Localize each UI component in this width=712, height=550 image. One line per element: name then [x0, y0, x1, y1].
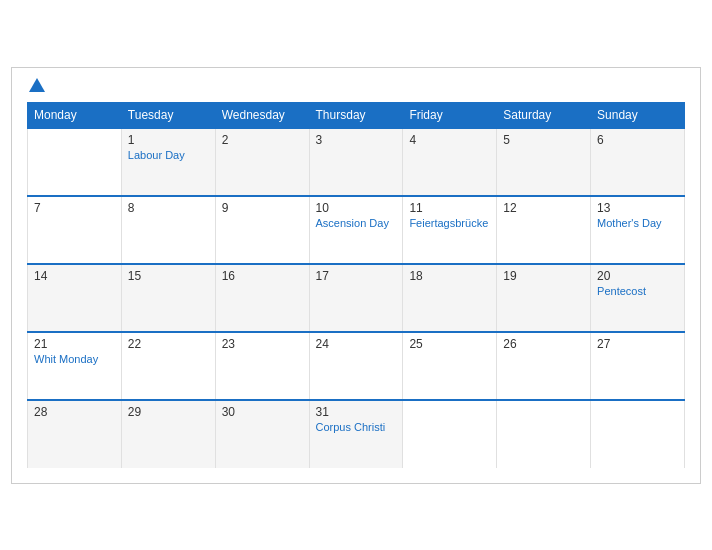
calendar-cell	[28, 128, 122, 196]
calendar-cell: 14	[28, 264, 122, 332]
calendar-week-row: 14151617181920Pentecost	[28, 264, 685, 332]
day-number: 20	[597, 269, 678, 283]
calendar-cell: 9	[215, 196, 309, 264]
calendar-table: MondayTuesdayWednesdayThursdayFridaySatu…	[27, 102, 685, 468]
calendar-cell	[403, 400, 497, 468]
holiday-label: Whit Monday	[34, 353, 115, 365]
day-number: 29	[128, 405, 209, 419]
day-number: 16	[222, 269, 303, 283]
day-number: 15	[128, 269, 209, 283]
calendar-cell: 28	[28, 400, 122, 468]
calendar-cell	[591, 400, 685, 468]
day-number: 19	[503, 269, 584, 283]
calendar-cell: 3	[309, 128, 403, 196]
calendar-thead: MondayTuesdayWednesdayThursdayFridaySatu…	[28, 102, 685, 128]
calendar-cell: 22	[121, 332, 215, 400]
day-number: 6	[597, 133, 678, 147]
holiday-label: Labour Day	[128, 149, 209, 161]
day-number: 30	[222, 405, 303, 419]
holiday-label: Corpus Christi	[316, 421, 397, 433]
calendar-cell: 31Corpus Christi	[309, 400, 403, 468]
day-number: 2	[222, 133, 303, 147]
calendar-week-row: 1Labour Day23456	[28, 128, 685, 196]
holiday-label: Feiertagsbrücke	[409, 217, 490, 229]
calendar-week-row: 21Whit Monday222324252627	[28, 332, 685, 400]
calendar-cell: 11Feiertagsbrücke	[403, 196, 497, 264]
day-number: 22	[128, 337, 209, 351]
day-number: 10	[316, 201, 397, 215]
logo	[27, 78, 47, 92]
day-number: 21	[34, 337, 115, 351]
calendar-header	[27, 78, 685, 92]
calendar-body: 1Labour Day2345678910Ascension Day11Feie…	[28, 128, 685, 468]
weekday-header-friday: Friday	[403, 102, 497, 128]
calendar-cell: 4	[403, 128, 497, 196]
calendar-week-row: 78910Ascension Day11Feiertagsbrücke1213M…	[28, 196, 685, 264]
calendar-cell: 26	[497, 332, 591, 400]
calendar-cell: 5	[497, 128, 591, 196]
calendar-cell: 15	[121, 264, 215, 332]
calendar-cell: 1Labour Day	[121, 128, 215, 196]
day-number: 3	[316, 133, 397, 147]
day-number: 5	[503, 133, 584, 147]
day-number: 27	[597, 337, 678, 351]
calendar-cell: 7	[28, 196, 122, 264]
calendar-container: MondayTuesdayWednesdayThursdayFridaySatu…	[11, 67, 701, 484]
weekday-header-monday: Monday	[28, 102, 122, 128]
holiday-label: Mother's Day	[597, 217, 678, 229]
day-number: 17	[316, 269, 397, 283]
calendar-cell: 20Pentecost	[591, 264, 685, 332]
calendar-cell: 18	[403, 264, 497, 332]
calendar-cell: 13Mother's Day	[591, 196, 685, 264]
calendar-cell: 17	[309, 264, 403, 332]
day-number: 14	[34, 269, 115, 283]
day-number: 9	[222, 201, 303, 215]
calendar-cell: 29	[121, 400, 215, 468]
weekday-header-saturday: Saturday	[497, 102, 591, 128]
calendar-cell: 2	[215, 128, 309, 196]
calendar-cell: 8	[121, 196, 215, 264]
weekday-header-sunday: Sunday	[591, 102, 685, 128]
calendar-cell: 30	[215, 400, 309, 468]
weekday-header-thursday: Thursday	[309, 102, 403, 128]
calendar-cell: 6	[591, 128, 685, 196]
calendar-cell: 10Ascension Day	[309, 196, 403, 264]
calendar-cell: 27	[591, 332, 685, 400]
day-number: 7	[34, 201, 115, 215]
calendar-cell: 24	[309, 332, 403, 400]
day-number: 23	[222, 337, 303, 351]
calendar-cell: 21Whit Monday	[28, 332, 122, 400]
day-number: 12	[503, 201, 584, 215]
weekday-header-wednesday: Wednesday	[215, 102, 309, 128]
day-number: 28	[34, 405, 115, 419]
day-number: 24	[316, 337, 397, 351]
day-number: 4	[409, 133, 490, 147]
logo-triangle-icon	[29, 78, 45, 92]
calendar-cell: 16	[215, 264, 309, 332]
day-number: 8	[128, 201, 209, 215]
holiday-label: Ascension Day	[316, 217, 397, 229]
holiday-label: Pentecost	[597, 285, 678, 297]
day-number: 1	[128, 133, 209, 147]
day-number: 31	[316, 405, 397, 419]
calendar-cell: 12	[497, 196, 591, 264]
day-number: 13	[597, 201, 678, 215]
day-number: 11	[409, 201, 490, 215]
weekday-header-tuesday: Tuesday	[121, 102, 215, 128]
day-number: 18	[409, 269, 490, 283]
day-number: 25	[409, 337, 490, 351]
weekday-header-row: MondayTuesdayWednesdayThursdayFridaySatu…	[28, 102, 685, 128]
calendar-cell: 25	[403, 332, 497, 400]
day-number: 26	[503, 337, 584, 351]
calendar-cell: 19	[497, 264, 591, 332]
calendar-week-row: 28293031Corpus Christi	[28, 400, 685, 468]
calendar-cell	[497, 400, 591, 468]
calendar-cell: 23	[215, 332, 309, 400]
